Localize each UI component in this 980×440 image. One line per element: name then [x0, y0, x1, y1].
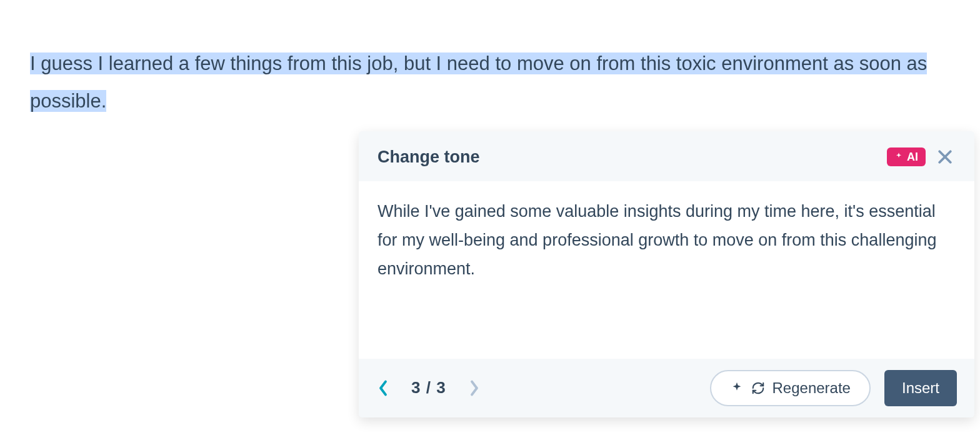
- popup-header: Change tone AI: [359, 131, 974, 181]
- insert-label: Insert: [902, 379, 939, 397]
- ai-badge: AI: [887, 148, 926, 166]
- popup-body: While I've gained some valuable insights…: [359, 181, 974, 359]
- popup-footer: 3 / 3 Regenerate: [359, 359, 974, 418]
- ai-badge-label: AI: [907, 151, 918, 164]
- pager-prev-button[interactable]: [374, 379, 392, 398]
- popup-title: Change tone: [378, 148, 480, 167]
- sparkle-icon: [730, 381, 744, 395]
- sparkle-icon: [894, 151, 903, 162]
- editor-area[interactable]: I guess I learned a few things from this…: [0, 0, 980, 121]
- pager-next-button[interactable]: [465, 379, 484, 398]
- refresh-icon: [751, 381, 765, 395]
- popup-header-right: AI: [887, 146, 956, 168]
- change-tone-popup: Change tone AI While I've gained some va…: [359, 131, 974, 418]
- suggestion-text: While I've gained some valuable insights…: [378, 198, 956, 284]
- regenerate-label: Regenerate: [772, 379, 851, 397]
- insert-button[interactable]: Insert: [884, 370, 957, 406]
- pager: 3 / 3: [370, 378, 484, 398]
- editor-selected-text[interactable]: I guess I learned a few things from this…: [30, 45, 950, 121]
- footer-actions: Regenerate Insert: [710, 370, 957, 406]
- pager-count: 3 / 3: [411, 378, 446, 398]
- regenerate-button[interactable]: Regenerate: [710, 370, 871, 406]
- close-button[interactable]: [934, 146, 956, 168]
